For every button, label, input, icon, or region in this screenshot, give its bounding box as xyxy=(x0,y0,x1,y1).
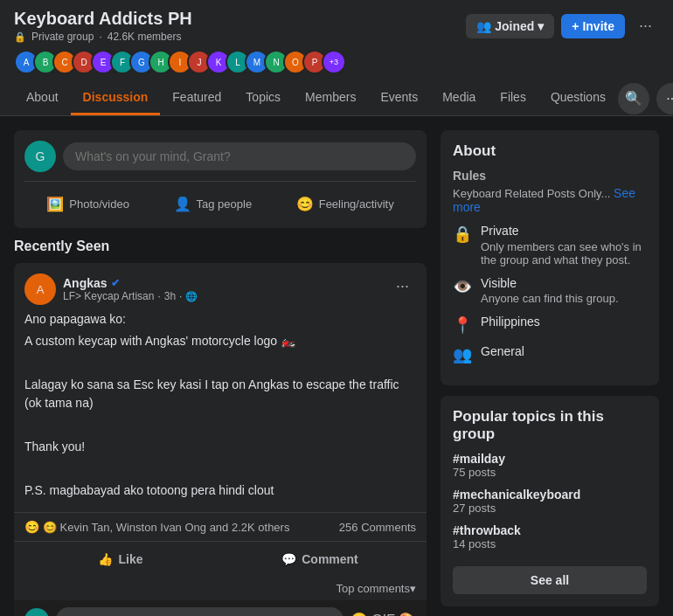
post-more-button[interactable]: ··· xyxy=(389,273,416,299)
reaction-emoji: 😊 xyxy=(24,520,39,534)
tab-discussion[interactable]: Discussion xyxy=(71,81,161,115)
comment-user-avatar: G xyxy=(24,608,49,617)
post-author-avatar: A xyxy=(24,273,56,305)
feeling-button[interactable]: 😊 Feeling/activity xyxy=(286,190,405,218)
like-button[interactable]: 👍 Like xyxy=(21,545,220,573)
topic-name[interactable]: #mechanicalkeyboard xyxy=(453,488,647,502)
post-composer: G 🖼️ Photo/video 👤 Tag people 😊 Feeling/… xyxy=(14,130,427,228)
post-meta: LF> Keycap Artisan · 3h · 🌐 xyxy=(63,290,198,302)
emoji-picker-icon[interactable]: 😊 xyxy=(350,612,368,616)
category-text: General xyxy=(481,343,524,361)
topic-name[interactable]: #throwback xyxy=(453,523,647,537)
user-avatar: G xyxy=(24,141,56,172)
tag-people-button[interactable]: 👤 Tag people xyxy=(163,190,263,218)
topic-item: #mailday 75 posts xyxy=(453,452,647,479)
group-type: Private group xyxy=(31,31,94,43)
chevron-down-icon: ▾ xyxy=(538,19,544,33)
comment-button[interactable]: 💬 Comment xyxy=(220,545,420,573)
comment-icon: 💬 xyxy=(281,552,296,566)
tab-questions[interactable]: Questions xyxy=(538,81,618,115)
rules-label: Rules xyxy=(453,169,647,183)
avatar-count: +3 xyxy=(322,50,346,74)
emoji-icon: 😊 xyxy=(296,196,314,212)
more-options-button[interactable]: ··· xyxy=(632,13,659,38)
eye-icon: 👁️ xyxy=(453,277,472,296)
tab-events[interactable]: Events xyxy=(368,81,430,115)
tab-featured[interactable]: Featured xyxy=(160,81,233,115)
popular-topics-title: Popular topics in this group xyxy=(453,408,647,443)
topic-item: #throwback 14 posts xyxy=(453,523,647,550)
topic-count: 14 posts xyxy=(453,537,647,550)
location-icon: 📍 xyxy=(453,315,472,335)
joined-button[interactable]: 👥 Joined ▾ xyxy=(466,14,554,38)
post-reactions: 😊 😊 Kevin Tan, Winston Ivan Ong and 2.2K… xyxy=(14,512,427,541)
thumbs-up-icon: 👍 xyxy=(98,552,113,566)
private-label: Private xyxy=(481,223,647,240)
member-count: 42.6K members xyxy=(108,31,182,43)
location-text: Philippines xyxy=(481,314,540,331)
photo-video-button[interactable]: 🖼️ Photo/video xyxy=(36,190,140,218)
group-title: Keyboard Addicts PH xyxy=(14,9,192,29)
post-author-name: Angkas ✔ xyxy=(63,276,198,290)
group-meta: 🔒 Private group · 42.6K members xyxy=(14,31,192,43)
verified-badge: ✔ xyxy=(111,277,120,289)
lock-icon: 🔒 xyxy=(453,225,472,244)
tab-files[interactable]: Files xyxy=(488,81,538,115)
comment-input[interactable] xyxy=(56,607,343,616)
gif-icon[interactable]: GIF xyxy=(371,613,395,617)
about-title: About xyxy=(453,142,647,160)
post-body: Ano papagawa ko: A custom keycap with An… xyxy=(14,310,427,512)
group-icon: 👥 xyxy=(453,345,472,364)
tab-media[interactable]: Media xyxy=(430,81,488,115)
member-avatars: A B C D E F G H I J K L M N O P +3 xyxy=(14,50,659,74)
post-actions: 👍 Like 💬 Comment xyxy=(14,541,427,577)
chevron-down-icon: ▾ xyxy=(410,582,416,595)
private-desc: Only members can see who's in the group … xyxy=(481,240,647,266)
visible-desc: Anyone can find this group. xyxy=(481,292,619,305)
comment-composer: G 😊 GIF 🎨 xyxy=(14,600,427,616)
about-section: About Rules Keyboard Related Posts Only.… xyxy=(441,130,659,385)
photo-icon: 🖼️ xyxy=(46,196,64,212)
topic-count: 27 posts xyxy=(453,502,647,515)
sticker-icon[interactable]: 🎨 xyxy=(399,612,416,616)
tab-members[interactable]: Members xyxy=(293,81,368,115)
topic-count: 75 posts xyxy=(453,466,647,479)
nav-tabs: About Discussion Featured Topics Members… xyxy=(14,81,659,115)
people-icon: 👥 xyxy=(476,19,491,33)
popular-topics-section: Popular topics in this group #mailday 75… xyxy=(441,396,659,606)
see-all-button[interactable]: See all xyxy=(453,566,647,594)
recently-seen-label: Recently Seen xyxy=(14,239,427,254)
rules-text: Keyboard Related Posts Only... See more xyxy=(453,186,647,214)
sidebar-column: About Rules Keyboard Related Posts Only.… xyxy=(441,130,659,616)
globe-icon: 🌐 xyxy=(185,291,198,302)
invite-button[interactable]: + Invite xyxy=(561,14,625,38)
lock-icon: 🔒 xyxy=(14,31,26,43)
visible-label: Visible xyxy=(481,275,619,293)
feed-column: G 🖼️ Photo/video 👤 Tag people 😊 Feeling/… xyxy=(14,130,427,616)
more-nav-button[interactable]: ··· xyxy=(656,83,673,114)
search-button[interactable]: 🔍 xyxy=(618,83,649,114)
tab-about[interactable]: About xyxy=(14,81,71,115)
post-card: A Angkas ✔ LF> Keycap Artisan · 3h · 🌐 xyxy=(14,263,427,616)
top-comments-bar[interactable]: Top comments ▾ xyxy=(14,577,427,600)
dot-separator: · xyxy=(99,31,101,43)
tab-topics[interactable]: Topics xyxy=(233,81,293,115)
composer-input[interactable] xyxy=(63,142,416,170)
topic-item: #mechanicalkeyboard 27 posts xyxy=(453,488,647,515)
tag-icon: 👤 xyxy=(174,196,191,212)
topic-name[interactable]: #mailday xyxy=(453,452,647,466)
